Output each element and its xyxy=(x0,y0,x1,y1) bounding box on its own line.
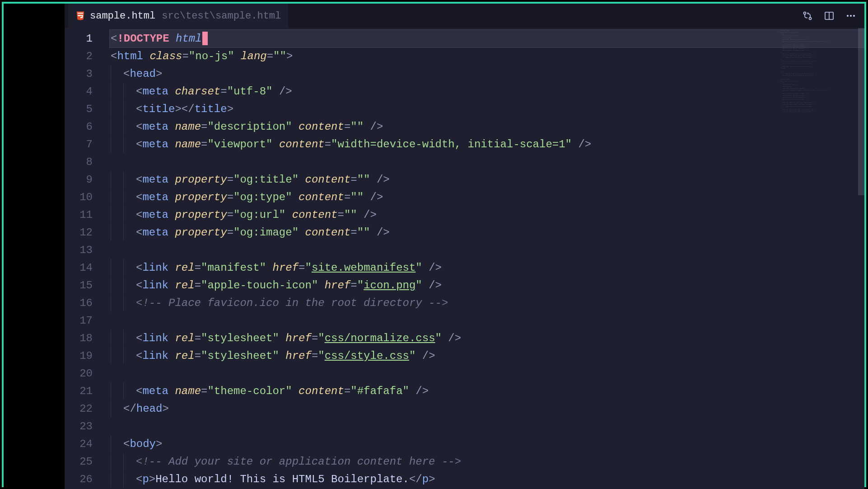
code-line[interactable]: <title></title> xyxy=(110,100,864,118)
line-number[interactable]: 10 xyxy=(65,188,101,206)
line-number[interactable]: 20 xyxy=(65,365,101,382)
line-number[interactable]: 6 xyxy=(65,118,101,136)
tab-filename: sample.html xyxy=(90,10,155,22)
code-line[interactable] xyxy=(110,312,864,329)
code-line[interactable]: <meta property="og:title" content="" /> xyxy=(110,171,864,188)
left-black-margin xyxy=(4,4,65,489)
line-number[interactable]: 1 xyxy=(65,30,101,47)
line-number[interactable]: 4 xyxy=(65,83,101,100)
line-number[interactable]: 13 xyxy=(65,241,101,259)
line-number[interactable]: 24 xyxy=(65,435,101,453)
code-line[interactable]: <link rel="apple-touch-icon" href="icon.… xyxy=(110,277,864,294)
code-line[interactable]: <meta charset="utf-8" /> xyxy=(110,83,864,100)
line-number[interactable]: 15 xyxy=(65,277,101,294)
line-number-gutter[interactable]: 1234567891011121314151617181920212223242… xyxy=(65,28,101,489)
line-number[interactable]: 19 xyxy=(65,347,101,365)
code-line[interactable]: <html class="no-js" lang=""> xyxy=(110,47,864,65)
line-number[interactable]: 18 xyxy=(65,329,101,347)
editor-frame: sample.html src\test\sample.html 123 xyxy=(2,2,866,487)
line-number[interactable]: 3 xyxy=(65,65,101,83)
line-number[interactable]: 17 xyxy=(65,312,101,329)
line-number[interactable]: 8 xyxy=(65,153,101,171)
code-content[interactable]: <!DOCTYPE html><html class="no-js" lang=… xyxy=(110,28,864,489)
line-number[interactable]: 23 xyxy=(65,418,101,435)
code-line[interactable] xyxy=(110,418,864,435)
line-number[interactable]: 11 xyxy=(65,206,101,224)
code-line[interactable] xyxy=(110,153,864,171)
line-number[interactable]: 14 xyxy=(65,259,101,277)
code-line[interactable]: <meta property="og:url" content="" /> xyxy=(110,206,864,224)
svg-point-5 xyxy=(850,15,852,17)
line-number[interactable]: 22 xyxy=(65,400,101,418)
code-line[interactable]: <body> xyxy=(110,435,864,453)
line-number[interactable]: 7 xyxy=(65,136,101,153)
scrollbar-thumb[interactable] xyxy=(858,28,864,195)
fold-column[interactable] xyxy=(101,28,110,489)
line-number[interactable]: 26 xyxy=(65,470,101,488)
code-line[interactable]: <!-- Place favicon.ico in the root direc… xyxy=(110,294,864,312)
more-actions-icon[interactable] xyxy=(845,10,856,21)
editor-body: sample.html src\test\sample.html 123 xyxy=(4,4,864,489)
line-number[interactable]: 5 xyxy=(65,100,101,118)
code-line[interactable]: <p>Hello world! This is HTML5 Boilerplat… xyxy=(110,470,864,488)
minimap[interactable]: <!DOCTYPE html> <html class="no-js" lang… xyxy=(778,28,859,118)
tabbar-actions xyxy=(802,10,861,21)
code-line[interactable]: <link rel="manifest" href="site.webmanif… xyxy=(110,259,864,277)
code-line[interactable]: <meta name="viewport" content="width=dev… xyxy=(110,136,864,153)
tab-path: src\test\sample.html xyxy=(162,10,281,22)
line-number[interactable]: 12 xyxy=(65,224,101,241)
code-line[interactable]: <link rel="stylesheet" href="css/normali… xyxy=(110,329,864,347)
line-number[interactable]: 2 xyxy=(65,47,101,65)
code-line[interactable]: <meta name="theme-color" content="#fafaf… xyxy=(110,382,864,400)
code-line[interactable]: <!DOCTYPE html> xyxy=(110,30,864,47)
scrollbar-vertical[interactable] xyxy=(858,28,864,489)
code-area[interactable]: 1234567891011121314151617181920212223242… xyxy=(65,28,864,489)
svg-point-1 xyxy=(809,18,812,20)
code-line[interactable]: <link rel="stylesheet" href="css/style.c… xyxy=(110,347,864,365)
code-line[interactable]: <meta property="og:image" content="" /> xyxy=(110,224,864,241)
code-line[interactable]: <meta property="og:type" content="" /> xyxy=(110,188,864,206)
tab-bar: sample.html src\test\sample.html xyxy=(65,4,864,28)
code-line[interactable]: <meta name="description" content="" /> xyxy=(110,118,864,136)
svg-point-4 xyxy=(847,15,849,17)
split-editor-icon[interactable] xyxy=(824,10,835,21)
line-number[interactable]: 9 xyxy=(65,171,101,188)
code-line[interactable] xyxy=(110,365,864,382)
line-number[interactable]: 25 xyxy=(65,453,101,470)
code-line[interactable]: <head> xyxy=(110,65,864,83)
text-cursor xyxy=(202,32,208,45)
code-line[interactable]: </head> xyxy=(110,400,864,418)
svg-point-6 xyxy=(853,15,855,17)
editor-main: sample.html src\test\sample.html 123 xyxy=(65,4,864,489)
code-line[interactable]: <!-- Add your site or application conten… xyxy=(110,453,864,470)
svg-point-0 xyxy=(804,12,806,14)
code-line[interactable] xyxy=(110,241,864,259)
line-number[interactable]: 16 xyxy=(65,294,101,312)
html5-icon xyxy=(75,10,85,21)
compare-changes-icon[interactable] xyxy=(802,10,813,21)
tab-sample-html[interactable]: sample.html src\test\sample.html xyxy=(68,4,288,28)
line-number[interactable]: 21 xyxy=(65,382,101,400)
